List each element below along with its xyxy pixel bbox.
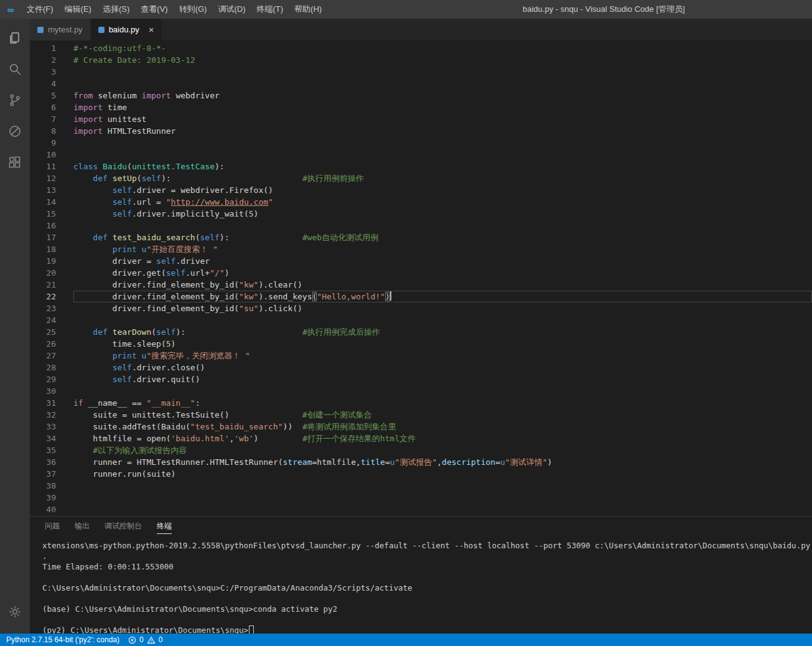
code-line-18[interactable]: 18 print u"开始百度搜索！ " <box>30 243 812 255</box>
code-line-10[interactable]: 10 <box>30 149 812 161</box>
terminal-line <box>42 572 812 583</box>
line-number: 12 <box>30 172 73 184</box>
menu-item-7[interactable]: 帮助(H) <box>289 0 327 19</box>
debug-icon[interactable] <box>0 116 30 147</box>
menu-item-2[interactable]: 选择(S) <box>97 0 135 19</box>
line-number: 15 <box>30 208 73 220</box>
error-count-icon <box>128 636 136 644</box>
code-text: #以下为输入测试报告内容 <box>73 444 812 456</box>
code-line-40[interactable]: 40 <box>30 503 812 515</box>
code-line-14[interactable]: 14 self.url = "http://www.baidu.com" <box>30 196 812 208</box>
code-line-32[interactable]: 32 suite = unittest.TestSuite() #创建一个测试集… <box>30 409 812 421</box>
code-line-12[interactable]: 12 def setUp(self): #执行用例前操作 <box>30 172 812 184</box>
code-line-5[interactable]: 5from selenium import webdriver <box>30 90 812 101</box>
line-number: 17 <box>30 232 73 243</box>
code-line-38[interactable]: 38 <box>30 480 812 492</box>
code-line-3[interactable]: 3 <box>30 66 812 78</box>
code-line-35[interactable]: 35 #以下为输入测试报告内容 <box>30 444 812 456</box>
panel-tab-2[interactable]: 调试控制台 <box>105 520 142 534</box>
python-interpreter-status[interactable]: Python 2.7.15 64-bit ('py2': conda) <box>6 635 119 644</box>
code-line-11[interactable]: 11class Baidu(unittest.TestCase): <box>30 161 812 172</box>
code-line-22[interactable]: 22 driver.find_element_by_id("kw").send_… <box>30 291 812 302</box>
vscode-logo-icon: ∞ <box>0 4 21 15</box>
source-control-icon[interactable] <box>0 85 30 116</box>
line-number: 11 <box>30 161 73 172</box>
code-line-25[interactable]: 25 def tearDown(self): #执行用例完成后操作 <box>30 326 812 338</box>
code-line-37[interactable]: 37 runner.run(suite) <box>30 468 812 480</box>
code-line-33[interactable]: 33 suite.addTest(Baidu("test_baidu_searc… <box>30 421 812 433</box>
code-text: def setUp(self): #执行用例前操作 <box>73 172 812 184</box>
search-icon[interactable] <box>0 54 30 85</box>
line-number: 36 <box>30 456 73 468</box>
menu-item-3[interactable]: 查看(V) <box>135 0 173 19</box>
code-line-19[interactable]: 19 driver = self.driver <box>30 255 812 267</box>
code-line-15[interactable]: 15 self.driver.implicitly_wait(5) <box>30 208 812 220</box>
extensions-icon[interactable] <box>0 147 30 178</box>
menu-item-6[interactable]: 终端(T) <box>251 0 289 19</box>
code-line-16[interactable]: 16 <box>30 220 812 232</box>
code-line-13[interactable]: 13 self.driver = webdriver.Firefox() <box>30 184 812 196</box>
code-line-30[interactable]: 30 <box>30 385 812 397</box>
warning-count-icon <box>147 636 156 644</box>
code-line-28[interactable]: 28 self.driver.close() <box>30 362 812 373</box>
code-line-26[interactable]: 26 time.sleep(5) <box>30 338 812 350</box>
panel-tab-3[interactable]: 终端 <box>157 520 172 534</box>
line-number: 5 <box>30 90 73 101</box>
code-line-29[interactable]: 29 self.driver.quit() <box>30 373 812 385</box>
code-line-21[interactable]: 21 driver.find_element_by_id("kw").clear… <box>30 279 812 291</box>
code-line-4[interactable]: 4 <box>30 78 812 90</box>
code-line-36[interactable]: 36 runner = HTMLTestRunner.HTMLTestRunne… <box>30 456 812 468</box>
code-line-31[interactable]: 31if __name__ == "__main__": <box>30 397 812 409</box>
code-text: suite.addTest(Baidu("test_baidu_search")… <box>73 421 812 433</box>
code-text: driver = self.driver <box>73 255 812 267</box>
code-line-7[interactable]: 7import unittest <box>30 113 812 125</box>
terminal-content[interactable]: xtensions\ms-python.python-2019.2.5558\p… <box>30 536 812 635</box>
code-editor[interactable]: 1#-*-coding:utf-8-*-2# Create Date: 2019… <box>30 40 812 516</box>
code-text <box>73 503 812 515</box>
code-text: def test_baidu_search(self): #web自动化测试用例 <box>73 232 812 243</box>
code-text <box>73 492 812 503</box>
code-line-17[interactable]: 17 def test_baidu_search(self): #web自动化测… <box>30 232 812 243</box>
problems-indicator[interactable]: 0 0 <box>128 635 162 644</box>
tab-label: baidu.py <box>109 25 139 34</box>
code-line-9[interactable]: 9 <box>30 137 812 149</box>
code-text: def tearDown(self): #执行用例完成后操作 <box>73 326 812 338</box>
code-line-1[interactable]: 1#-*-coding:utf-8-*- <box>30 42 812 54</box>
line-number: 26 <box>30 338 73 350</box>
line-number: 19 <box>30 255 73 267</box>
bottom-panel: 问题输出调试控制台终端 xtensions\ms-python.python-2… <box>30 516 812 634</box>
code-line-39[interactable]: 39 <box>30 492 812 503</box>
line-number: 28 <box>30 362 73 373</box>
error-count: 0 <box>139 635 144 644</box>
code-line-27[interactable]: 27 print u"搜索完毕，关闭浏览器！ " <box>30 350 812 362</box>
line-number: 20 <box>30 267 73 279</box>
editor-tab-1[interactable]: baidu.py× <box>91 19 162 40</box>
close-icon[interactable]: × <box>149 24 154 35</box>
code-line-23[interactable]: 23 driver.find_element_by_id("su").click… <box>30 302 812 314</box>
settings-gear-icon[interactable] <box>0 596 30 627</box>
code-line-6[interactable]: 6import time <box>30 101 812 113</box>
line-number: 39 <box>30 492 73 503</box>
code-line-34[interactable]: 34 htmlfile = open('baidu.html','wb') #打… <box>30 433 812 444</box>
terminal-line <box>42 614 812 625</box>
terminal-line: C:\Users\Administrator\Documents\snqu>C:… <box>42 583 812 593</box>
explorer-icon[interactable] <box>0 22 30 54</box>
code-line-2[interactable]: 2# Create Date: 2019-03-12 <box>30 54 812 66</box>
editor-tab-0[interactable]: mytest.py <box>30 19 91 40</box>
menu-item-4[interactable]: 转到(G) <box>174 0 213 19</box>
code-text: print u"搜索完毕，关闭浏览器！ " <box>73 350 812 362</box>
code-line-8[interactable]: 8import HTMLTestRunner <box>30 125 812 137</box>
panel-tab-0[interactable]: 问题 <box>45 520 60 534</box>
code-text: suite = unittest.TestSuite() #创建一个测试集合 <box>73 409 812 421</box>
menu-item-1[interactable]: 编辑(E) <box>59 0 97 19</box>
code-line-20[interactable]: 20 driver.get(self.url+"/") <box>30 267 812 279</box>
code-text: driver.find_element_by_id("su").click() <box>73 302 812 314</box>
menu-item-0[interactable]: 文件(F) <box>21 0 59 19</box>
code-line-24[interactable]: 24 <box>30 314 812 326</box>
panel-tab-1[interactable]: 输出 <box>75 520 90 534</box>
code-text <box>73 314 812 326</box>
code-text <box>73 220 812 232</box>
code-text: driver.find_element_by_id("kw").clear() <box>73 279 812 291</box>
menu-item-5[interactable]: 调试(D) <box>212 0 251 19</box>
vscode-window: ∞ 文件(F)编辑(E)选择(S)查看(V)转到(G)调试(D)终端(T)帮助(… <box>0 0 812 646</box>
